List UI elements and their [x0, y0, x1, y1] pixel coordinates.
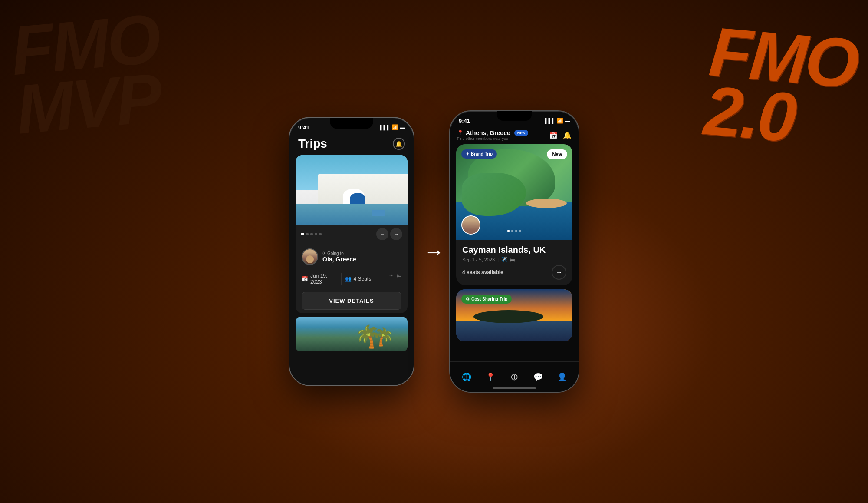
- bottom-nav: 🌐 📍 ⊕ 💬 👤: [450, 361, 579, 392]
- meta-divider: [341, 273, 342, 285]
- trip-title: Cayman Islands, UK: [462, 245, 566, 255]
- avatar-head: [306, 255, 314, 263]
- phone1-wifi-icon: 📶: [392, 124, 398, 130]
- cost-sharing-image: ♻ Cost Sharing Trip: [456, 289, 572, 341]
- palm-tree-2: 🌴: [355, 324, 381, 349]
- trip-card-1: ← → ✈ Going to: [296, 155, 408, 313]
- cost-sharing-label: Cost Sharing Trip: [471, 297, 507, 301]
- destination-name: Oía, Greece: [322, 256, 401, 263]
- phone2-content: 📍 Athens, Greece New Find other members …: [450, 127, 579, 392]
- trip-destination-row: ✈ Going to Oía, Greece: [296, 244, 408, 269]
- phone1-notch: [330, 118, 373, 129]
- user-avatar: [302, 248, 318, 265]
- prev-arrow[interactable]: ←: [376, 228, 388, 240]
- phone1-battery-icon: ▬: [400, 125, 405, 130]
- nav-add[interactable]: ⊕: [506, 369, 522, 385]
- palm-scene: 🌴 🌴: [296, 317, 408, 351]
- card-pagination-dots: [507, 230, 521, 232]
- plane-icon: ✈️: [501, 257, 507, 262]
- header-calendar-icon[interactable]: 📅: [549, 131, 558, 139]
- phone1-signal-icon: ▌▌▌: [380, 125, 390, 130]
- santorini-sea: [296, 204, 408, 225]
- phone1-header: Trips 🔔: [289, 133, 414, 155]
- card-new-badge: New: [547, 149, 567, 159]
- bed-icon: 🛏: [510, 257, 515, 262]
- trip-meta: 📅 Jun 19, 2023 👥 4 Seats ✈ 🛏: [296, 269, 408, 288]
- transition-arrow: →: [424, 240, 444, 264]
- home-indicator: [493, 387, 536, 389]
- trip-date-value: Jun 19, 2023: [310, 273, 338, 285]
- header-icons: 📅 🔔: [549, 131, 572, 139]
- brand-star-icon: ✦: [466, 152, 469, 156]
- trip-seats: 👥 4 Seats: [345, 273, 381, 285]
- view-details-button[interactable]: VIEW DETAILS: [302, 292, 401, 310]
- phone2-signal-icon: ▌▌▌: [545, 118, 555, 123]
- avatar-image: [302, 249, 317, 264]
- arrow-symbol: →: [424, 240, 444, 263]
- seats-available-text: 4 seats available: [462, 269, 503, 275]
- seats-row: 4 seats available →: [462, 265, 566, 280]
- trip-seats-value: 4 Seats: [354, 276, 372, 282]
- phone1-status-icons: ▌▌▌ 📶 ▬: [380, 124, 405, 130]
- main-trip-info: Cayman Islands, UK Sep 1 - 5, 2023 | ✈️ …: [456, 240, 572, 285]
- navigation-icon: ✈: [322, 251, 326, 255]
- next-arrow[interactable]: →: [390, 228, 402, 240]
- dot-4: [315, 233, 317, 235]
- phone1-time: 9:41: [298, 124, 309, 131]
- phone-1: 9:41 ▌▌▌ 📶 ▬ Trips 🔔: [289, 117, 414, 386]
- phone2-battery-icon: ▬: [565, 118, 570, 123]
- phones-area: 9:41 ▌▌▌ 📶 ▬ Trips 🔔: [0, 0, 868, 503]
- phone2-wifi-icon: 📶: [557, 118, 563, 124]
- phone1-content: Trips 🔔: [289, 133, 414, 385]
- location-subtitle: Find other members near you: [457, 136, 528, 141]
- card-dot-1: [507, 230, 510, 232]
- nav-arrows: ← →: [376, 228, 402, 240]
- header-bell-icon[interactable]: 🔔: [563, 131, 572, 139]
- cost-sharing-badge: ♻ Cost Sharing Trip: [461, 295, 512, 304]
- phone1-title: Trips: [298, 137, 327, 151]
- main-trip-card: ✦ Brand Trip New: [456, 144, 572, 285]
- plane-icon-right: ✈: [389, 273, 393, 285]
- nav-explore[interactable]: 🌐: [459, 369, 474, 385]
- phone2-notch: [497, 111, 532, 121]
- nav-messages[interactable]: 💬: [530, 369, 546, 385]
- santorini-dome-blue: [350, 193, 365, 204]
- bed-icon-right: 🛏: [397, 273, 401, 285]
- location-row: 📍 Athens, Greece New: [457, 129, 528, 136]
- main-trip-image: ✦ Brand Trip New: [456, 144, 572, 240]
- phone2-status-icons: ▌▌▌ 📶 ▬: [545, 118, 570, 124]
- brand-trip-label: Brand Trip: [471, 152, 493, 156]
- phone-2: 9:41 ▌▌▌ 📶 ▬ 📍 Athens, Greece New Find o…: [449, 110, 579, 393]
- santorini-chair: [372, 210, 385, 216]
- nav-location[interactable]: 📍: [483, 369, 498, 385]
- phone2-header: 📍 Athens, Greece New Find other members …: [450, 127, 579, 144]
- location-info: 📍 Athens, Greece New Find other members …: [457, 129, 528, 141]
- dot-1: [301, 233, 304, 235]
- trip-date: 📅 Jun 19, 2023: [302, 273, 338, 285]
- trip-destination: ✈ Going to Oía, Greece: [322, 251, 401, 263]
- card-dot-3: [515, 230, 517, 232]
- dot-5: [319, 233, 322, 235]
- dot-2: [306, 233, 309, 235]
- nav-profile[interactable]: 👤: [554, 369, 570, 385]
- cost-icon: ♻: [466, 297, 470, 301]
- go-button[interactable]: →: [552, 265, 566, 280]
- location-new-badge: New: [514, 130, 529, 136]
- separator: |: [497, 257, 499, 262]
- phone2-time: 9:41: [459, 118, 470, 124]
- card-dot-2: [511, 230, 513, 232]
- card-user-avatar: [461, 215, 480, 235]
- calendar-icon: 📅: [302, 276, 308, 282]
- location-name: Athens, Greece: [466, 129, 510, 136]
- pagination-dots: [301, 233, 322, 235]
- sunset-island: [473, 310, 543, 323]
- phone1-bell-icon[interactable]: 🔔: [393, 138, 405, 150]
- going-to-label: Going to: [327, 251, 344, 256]
- location-pin-icon: 📍: [457, 130, 464, 136]
- seats-icon: 👥: [345, 276, 352, 282]
- card-dot-4: [519, 230, 521, 232]
- trip-dates-row: Sep 1 - 5, 2023 | ✈️ 🛏: [462, 257, 566, 262]
- sunset-sea: [456, 321, 572, 341]
- dates-text: Sep 1 - 5, 2023: [462, 257, 495, 262]
- brand-trip-badge: ✦ Brand Trip: [461, 149, 497, 159]
